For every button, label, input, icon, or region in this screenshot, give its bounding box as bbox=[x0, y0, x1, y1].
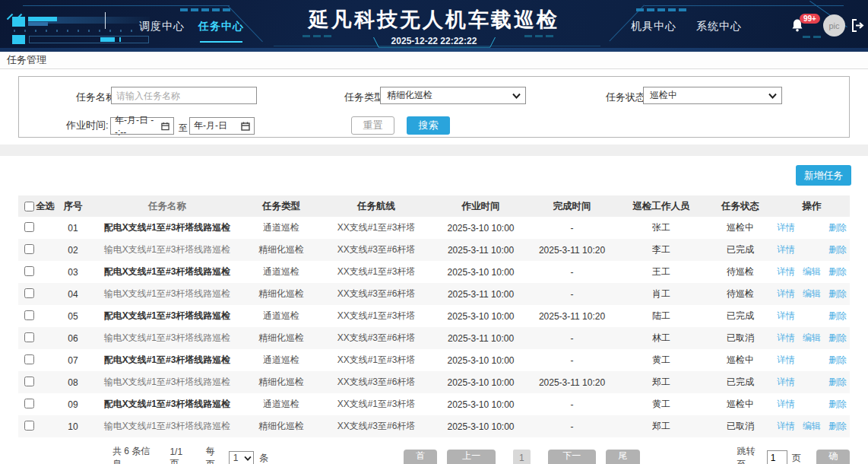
nav-item-system-center[interactable]: 系统中心 bbox=[696, 20, 742, 40]
detail-link[interactable]: 详情 bbox=[777, 243, 795, 256]
app-header: 调度中心 任务中心 延凡科技无人机车载巡检 2025-12-22 22:22:2… bbox=[0, 0, 868, 52]
per-page-value: 1 bbox=[233, 453, 239, 463]
cell-task-route: XX支线#3至#6杆塔 bbox=[319, 376, 433, 389]
detail-link[interactable]: 详情 bbox=[777, 221, 795, 234]
delete-link[interactable]: 删除 bbox=[828, 376, 847, 389]
work-time-label: 作业时间: bbox=[66, 119, 109, 132]
cell-no: 04 bbox=[55, 289, 91, 300]
cell-actions: 详情编辑删除 bbox=[777, 288, 847, 300]
logout-button[interactable] bbox=[851, 19, 865, 35]
calendar-icon bbox=[161, 122, 169, 131]
row-checkbox[interactable] bbox=[24, 244, 34, 254]
row-checkbox[interactable] bbox=[24, 421, 34, 431]
row-checkbox[interactable] bbox=[24, 332, 34, 342]
cell-task-type: 精细化巡检 bbox=[243, 420, 319, 433]
detail-link[interactable]: 详情 bbox=[777, 332, 795, 345]
delete-link[interactable]: 删除 bbox=[828, 221, 847, 234]
work-time-start-input[interactable]: 年-月-日 --:-- bbox=[110, 117, 174, 135]
edit-link[interactable]: 编辑 bbox=[803, 288, 821, 300]
jump-page-input[interactable] bbox=[767, 450, 787, 464]
first-page-button[interactable]: 首页 bbox=[404, 450, 437, 464]
delete-link[interactable]: 删除 bbox=[828, 243, 847, 256]
detail-link[interactable]: 详情 bbox=[777, 398, 795, 411]
cell-actions: 详情删除 bbox=[777, 243, 847, 256]
delete-link[interactable]: 删除 bbox=[828, 288, 847, 300]
cell-task-type: 通道巡检 bbox=[243, 221, 319, 234]
task-status-select[interactable]: 巡检中 bbox=[643, 87, 782, 104]
row-checkbox[interactable] bbox=[24, 266, 34, 276]
cell-worker: 郑工 bbox=[616, 376, 707, 389]
delete-link[interactable]: 删除 bbox=[828, 265, 847, 278]
edit-link[interactable]: 编辑 bbox=[803, 265, 821, 278]
cell-status: 待巡检 bbox=[707, 265, 774, 278]
cell-actions: 详情编辑删除 bbox=[777, 265, 847, 278]
cell-task-route: XX支线#1至#3杆塔 bbox=[319, 265, 433, 278]
detail-link[interactable]: 详情 bbox=[777, 265, 795, 278]
row-checkbox[interactable] bbox=[24, 288, 34, 298]
cell-work-time: 2025-3-11 10:00 bbox=[433, 289, 528, 300]
delete-link[interactable]: 删除 bbox=[828, 332, 847, 345]
delete-link[interactable]: 删除 bbox=[828, 310, 847, 323]
detail-link[interactable]: 详情 bbox=[777, 420, 795, 433]
detail-link[interactable]: 详情 bbox=[777, 376, 795, 389]
cell-status: 已取消 bbox=[707, 332, 774, 345]
detail-link[interactable]: 详情 bbox=[777, 288, 795, 300]
reset-button[interactable]: 重置 bbox=[351, 116, 394, 135]
prev-page-button[interactable]: 上一页 bbox=[447, 450, 496, 464]
table-body: 01 配电X支线#1至#3杆塔线路巡检 通道巡检 XX支线#1至#3杆塔 202… bbox=[18, 217, 850, 437]
cell-work-time: 2025-3-10 10:00 bbox=[433, 355, 528, 366]
cell-work-time: 2025-3-10 10:00 bbox=[433, 267, 528, 278]
detail-link[interactable]: 详情 bbox=[777, 354, 795, 367]
user-avatar[interactable]: pic bbox=[823, 14, 845, 37]
select-all-label: 全选 bbox=[36, 200, 55, 213]
detail-link[interactable]: 详情 bbox=[777, 310, 795, 323]
task-type-select[interactable]: 精细化巡检 bbox=[380, 87, 526, 104]
cell-finish-time: - bbox=[528, 421, 616, 432]
cell-task-route: XX支线#1至#3杆塔 bbox=[319, 310, 433, 323]
jump-confirm-button[interactable]: 确定 bbox=[816, 450, 850, 464]
nav-item-task-center[interactable]: 任务中心 bbox=[198, 20, 244, 40]
last-page-button[interactable]: 尾页 bbox=[606, 450, 639, 464]
task-status-label: 任务状态: bbox=[606, 91, 648, 104]
cell-no: 01 bbox=[55, 223, 91, 234]
cell-work-time: 2025-3-10 10:00 bbox=[433, 377, 528, 388]
breadcrumb: 任务管理 bbox=[0, 52, 868, 69]
row-checkbox[interactable] bbox=[24, 377, 34, 386]
cell-no: 09 bbox=[55, 399, 91, 410]
table-toolbar: 新增任务 bbox=[0, 156, 868, 195]
row-checkbox[interactable] bbox=[24, 399, 34, 408]
pagination-bar: 共 6 条信息 1/1 页 每页 1 条 首页 上一页 1 下一页 尾页 跳转至… bbox=[18, 445, 850, 464]
work-time-end-input[interactable]: 年-月-日 bbox=[189, 117, 255, 135]
delete-link[interactable]: 删除 bbox=[828, 398, 847, 411]
select-all-checkbox[interactable] bbox=[24, 202, 34, 211]
current-page-number[interactable]: 1 bbox=[513, 450, 530, 464]
next-page-button[interactable]: 下一页 bbox=[548, 450, 597, 464]
row-checkbox[interactable] bbox=[24, 310, 34, 320]
cell-finish-time: - bbox=[528, 355, 616, 366]
task-name-input[interactable] bbox=[111, 87, 257, 104]
cell-finish-time: - bbox=[528, 333, 616, 344]
nav-item-dispatch-center[interactable]: 调度中心 bbox=[139, 20, 185, 40]
edit-link[interactable]: 编辑 bbox=[803, 332, 821, 345]
add-task-button[interactable]: 新增任务 bbox=[796, 165, 851, 186]
delete-link[interactable]: 删除 bbox=[828, 354, 847, 367]
search-button[interactable]: 搜索 bbox=[407, 116, 450, 135]
datetime-frame-decor bbox=[373, 37, 496, 48]
pagination-buttons: 首页 上一页 1 下一页 尾页 bbox=[404, 450, 639, 464]
cell-task-route: XX支线#1至#3杆塔 bbox=[319, 221, 433, 234]
cell-task-type: 精细化巡检 bbox=[243, 288, 319, 300]
row-checkbox[interactable] bbox=[24, 222, 34, 232]
edit-link[interactable]: 编辑 bbox=[803, 420, 821, 433]
header-task-route: 任务航线 bbox=[319, 200, 433, 213]
cell-worker: 郑工 bbox=[616, 420, 707, 433]
delete-link[interactable]: 删除 bbox=[828, 420, 847, 433]
cell-task-route: XX支线#1至#3杆塔 bbox=[319, 354, 433, 367]
nav-item-equipment-center[interactable]: 机具中心 bbox=[631, 20, 676, 40]
notification-bell-button[interactable]: 99+ bbox=[790, 18, 810, 35]
per-page-select[interactable]: 1 bbox=[229, 451, 254, 464]
cell-status: 待巡检 bbox=[707, 288, 774, 300]
cell-task-route: XX支线#3至#6杆塔 bbox=[319, 243, 433, 256]
cell-worker: 张工 bbox=[616, 221, 707, 234]
row-checkbox[interactable] bbox=[24, 354, 34, 364]
cell-task-type: 通道巡检 bbox=[243, 398, 319, 411]
